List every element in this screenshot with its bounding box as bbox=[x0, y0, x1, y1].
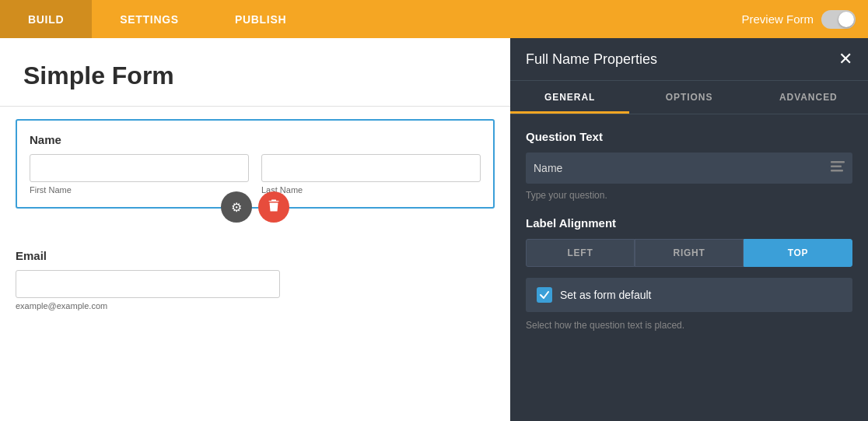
alignment-buttons: LEFT RIGHT TOP bbox=[526, 239, 852, 267]
email-input-group: example@example.com bbox=[16, 270, 280, 310]
tab-build[interactable]: BUILD bbox=[0, 0, 92, 38]
align-top-button[interactable]: TOP bbox=[744, 239, 852, 267]
svg-rect-0 bbox=[831, 161, 845, 163]
tab-publish[interactable]: PUBLISH bbox=[207, 0, 314, 38]
email-field-block[interactable]: Email example@example.com bbox=[16, 237, 495, 323]
preview-label: Preview Form bbox=[741, 12, 814, 26]
question-text-section-title: Question Text bbox=[526, 130, 852, 143]
last-name-sublabel: Last Name bbox=[261, 185, 481, 195]
panel-tabs: GENERAL OPTIONS ADVANCED bbox=[510, 81, 868, 114]
set-default-label: Set as form default bbox=[560, 289, 652, 301]
panel-content: Question Text Type your question. Label … bbox=[510, 114, 868, 421]
field-settings-button[interactable]: ⚙ bbox=[221, 191, 252, 223]
form-title-section: Simple Form bbox=[0, 38, 510, 107]
last-name-input[interactable] bbox=[261, 154, 481, 182]
tab-settings[interactable]: SETTINGS bbox=[92, 0, 207, 38]
select-hint: Select how the question text is placed. bbox=[526, 320, 852, 331]
svg-rect-2 bbox=[831, 170, 843, 172]
tab-options[interactable]: OPTIONS bbox=[629, 81, 748, 114]
trash-icon bbox=[268, 198, 280, 216]
field-delete-button[interactable] bbox=[258, 191, 289, 223]
email-input[interactable] bbox=[16, 270, 280, 298]
svg-rect-1 bbox=[831, 166, 842, 168]
form-fields: Name First Name Last Name bbox=[0, 107, 510, 335]
question-text-input[interactable] bbox=[534, 153, 831, 184]
first-name-input[interactable] bbox=[30, 154, 249, 182]
properties-panel: Full Name Properties ✕ GENERAL OPTIONS A… bbox=[510, 38, 868, 421]
form-canvas: Simple Form Name First Name Last Name bbox=[0, 38, 510, 421]
form-title: Simple Form bbox=[23, 61, 487, 90]
label-alignment-section-title: Label Alignment bbox=[526, 216, 852, 230]
text-format-icon bbox=[831, 161, 845, 175]
name-field-block[interactable]: Name First Name Last Name bbox=[16, 119, 495, 209]
question-text-hint: Type your question. bbox=[526, 190, 852, 201]
align-right-button[interactable]: RIGHT bbox=[635, 239, 744, 267]
preview-area: Preview Form bbox=[741, 10, 868, 29]
panel-header: Full Name Properties ✕ bbox=[510, 38, 868, 81]
main-area: Simple Form Name First Name Last Name bbox=[0, 38, 868, 421]
email-field-label: Email bbox=[16, 249, 495, 262]
top-navigation: BUILD SETTINGS PUBLISH Preview Form bbox=[0, 0, 868, 38]
name-inputs-row: First Name Last Name bbox=[30, 154, 481, 195]
nav-tabs: BUILD SETTINGS PUBLISH bbox=[0, 0, 314, 38]
set-default-checkbox[interactable] bbox=[537, 287, 552, 303]
close-icon: ✕ bbox=[838, 49, 852, 68]
tab-advanced[interactable]: ADVANCED bbox=[749, 81, 868, 114]
form-builder: Simple Form Name First Name Last Name bbox=[0, 38, 510, 421]
panel-close-button[interactable]: ✕ bbox=[838, 51, 852, 68]
first-name-group: First Name bbox=[30, 154, 249, 195]
preview-toggle[interactable] bbox=[821, 10, 856, 29]
set-default-row[interactable]: Set as form default bbox=[526, 278, 852, 312]
panel-title: Full Name Properties bbox=[526, 51, 657, 68]
tab-general[interactable]: GENERAL bbox=[510, 81, 629, 114]
question-text-input-wrapper bbox=[526, 153, 852, 184]
email-sublabel: example@example.com bbox=[16, 301, 280, 310]
align-left-button[interactable]: LEFT bbox=[526, 239, 635, 267]
name-field-label: Name bbox=[30, 133, 481, 146]
gear-icon: ⚙ bbox=[231, 200, 242, 215]
field-actions: ⚙ bbox=[221, 191, 289, 223]
first-name-sublabel: First Name bbox=[30, 185, 249, 195]
last-name-group: Last Name bbox=[261, 154, 481, 195]
